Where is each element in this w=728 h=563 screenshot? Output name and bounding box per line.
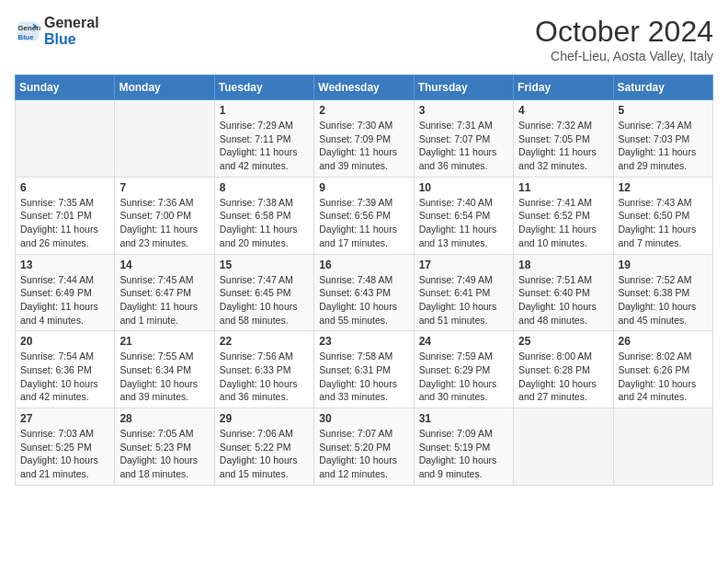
- day-number: 31: [419, 412, 508, 425]
- page-header: General Blue General Blue October 2024 C…: [15, 15, 713, 63]
- day-info: Daylight: 10 hours and 55 minutes.: [319, 300, 408, 327]
- weekday-header-saturday: Saturday: [613, 75, 712, 100]
- day-info: Daylight: 11 hours and 29 minutes.: [619, 145, 708, 172]
- logo: General Blue General Blue: [15, 15, 99, 47]
- day-info: Sunset: 6:49 PM: [20, 286, 109, 300]
- day-number: 16: [319, 259, 408, 271]
- calendar-cell: 11Sunrise: 7:41 AMSunset: 6:52 PMDayligh…: [514, 177, 613, 254]
- day-info: Daylight: 10 hours and 12 minutes.: [319, 454, 408, 480]
- day-info: Sunset: 5:23 PM: [119, 441, 209, 454]
- day-info: Sunrise: 7:58 AM: [319, 350, 408, 363]
- calendar-cell: 23Sunrise: 7:58 AMSunset: 6:31 PMDayligh…: [314, 331, 414, 408]
- day-info: Sunrise: 7:55 AM: [119, 350, 209, 363]
- weekday-header-tuesday: Tuesday: [214, 75, 313, 100]
- calendar-cell: 6Sunrise: 7:35 AMSunset: 7:01 PMDaylight…: [16, 177, 115, 254]
- day-info: Daylight: 11 hours and 10 minutes.: [518, 223, 608, 249]
- calendar-week-row: 1Sunrise: 7:29 AMSunset: 7:11 PMDaylight…: [16, 100, 713, 178]
- calendar-cell: 5Sunrise: 7:34 AMSunset: 7:03 PMDaylight…: [613, 100, 712, 178]
- calendar-cell: 2Sunrise: 7:30 AMSunset: 7:09 PMDaylight…: [314, 100, 414, 178]
- day-info: Sunrise: 7:34 AM: [619, 119, 708, 132]
- day-info: Daylight: 10 hours and 24 minutes.: [619, 377, 708, 404]
- day-number: 19: [619, 259, 708, 271]
- calendar-cell: 13Sunrise: 7:44 AMSunset: 6:49 PMDayligh…: [16, 254, 115, 331]
- day-info: Sunrise: 7:09 AM: [419, 427, 508, 441]
- day-info: Sunset: 6:38 PM: [619, 286, 708, 300]
- day-number: 8: [220, 181, 309, 194]
- location-subtitle: Chef-Lieu, Aosta Valley, Italy: [535, 49, 713, 63]
- day-info: Daylight: 11 hours and 1 minute.: [119, 300, 209, 327]
- day-info: Sunset: 6:58 PM: [220, 209, 309, 223]
- calendar-cell: 28Sunrise: 7:05 AMSunset: 5:23 PMDayligh…: [115, 408, 214, 486]
- day-info: Daylight: 10 hours and 36 minutes.: [220, 377, 309, 404]
- calendar-cell: [514, 408, 613, 486]
- day-info: Daylight: 11 hours and 36 minutes.: [419, 145, 508, 172]
- calendar-cell: 4Sunrise: 7:32 AMSunset: 7:05 PMDaylight…: [514, 100, 613, 178]
- calendar-cell: 3Sunrise: 7:31 AMSunset: 7:07 PMDaylight…: [414, 100, 513, 178]
- day-number: 7: [119, 181, 209, 194]
- day-number: 13: [20, 259, 109, 271]
- svg-text:Blue: Blue: [18, 32, 35, 40]
- calendar-week-row: 27Sunrise: 7:03 AMSunset: 5:25 PMDayligh…: [16, 408, 713, 486]
- day-info: Sunrise: 7:51 AM: [518, 273, 608, 287]
- svg-text:General: General: [18, 24, 41, 32]
- day-info: Sunrise: 7:56 AM: [220, 350, 309, 363]
- day-info: Sunset: 7:09 PM: [319, 132, 408, 146]
- day-info: Sunrise: 7:54 AM: [20, 350, 109, 363]
- day-info: Sunset: 5:19 PM: [419, 441, 508, 454]
- calendar-cell: 14Sunrise: 7:45 AMSunset: 6:47 PMDayligh…: [115, 254, 214, 331]
- day-info: Sunrise: 7:47 AM: [220, 273, 309, 287]
- calendar-body: 1Sunrise: 7:29 AMSunset: 7:11 PMDaylight…: [16, 100, 713, 486]
- calendar-cell: 16Sunrise: 7:48 AMSunset: 6:43 PMDayligh…: [314, 254, 414, 331]
- day-number: 30: [319, 412, 408, 425]
- calendar-cell: 9Sunrise: 7:39 AMSunset: 6:56 PMDaylight…: [314, 177, 414, 254]
- calendar-week-row: 20Sunrise: 7:54 AMSunset: 6:36 PMDayligh…: [16, 331, 713, 408]
- day-number: 27: [20, 412, 109, 425]
- day-number: 15: [220, 259, 309, 271]
- day-info: Sunrise: 7:05 AM: [119, 427, 209, 441]
- day-number: 26: [619, 335, 708, 348]
- day-number: 17: [419, 259, 508, 271]
- calendar-week-row: 13Sunrise: 7:44 AMSunset: 6:49 PMDayligh…: [16, 254, 713, 331]
- calendar-cell: 26Sunrise: 8:02 AMSunset: 6:26 PMDayligh…: [613, 331, 712, 408]
- day-info: Daylight: 11 hours and 20 minutes.: [220, 223, 309, 249]
- day-info: Sunrise: 8:02 AM: [619, 350, 708, 363]
- day-info: Sunrise: 7:36 AM: [119, 196, 209, 210]
- calendar-cell: 29Sunrise: 7:06 AMSunset: 5:22 PMDayligh…: [214, 408, 313, 486]
- day-info: Sunset: 6:29 PM: [419, 363, 508, 377]
- day-info: Sunrise: 7:29 AM: [220, 119, 309, 132]
- calendar-cell: 8Sunrise: 7:38 AMSunset: 6:58 PMDaylight…: [214, 177, 313, 254]
- day-number: 9: [319, 181, 408, 194]
- day-info: Sunset: 6:47 PM: [119, 286, 209, 300]
- weekday-header-monday: Monday: [115, 75, 214, 100]
- day-info: Sunrise: 8:00 AM: [518, 350, 608, 363]
- day-number: 3: [419, 104, 508, 117]
- day-info: Sunrise: 7:43 AM: [619, 196, 708, 210]
- calendar-header-row: SundayMondayTuesdayWednesdayThursdayFrid…: [16, 75, 713, 100]
- day-info: Sunrise: 7:07 AM: [319, 427, 408, 441]
- day-info: Sunrise: 7:03 AM: [20, 427, 109, 441]
- calendar-cell: 21Sunrise: 7:55 AMSunset: 6:34 PMDayligh…: [115, 331, 214, 408]
- day-number: 5: [619, 104, 708, 117]
- day-number: 22: [220, 335, 309, 348]
- calendar-cell: 30Sunrise: 7:07 AMSunset: 5:20 PMDayligh…: [314, 408, 414, 486]
- day-number: 28: [119, 412, 209, 425]
- day-info: Daylight: 10 hours and 15 minutes.: [220, 454, 309, 480]
- day-info: Sunset: 6:43 PM: [319, 286, 408, 300]
- calendar-cell: 18Sunrise: 7:51 AMSunset: 6:40 PMDayligh…: [514, 254, 613, 331]
- day-info: Sunrise: 7:41 AM: [518, 196, 608, 210]
- day-info: Sunset: 6:45 PM: [220, 286, 309, 300]
- calendar-cell: 22Sunrise: 7:56 AMSunset: 6:33 PMDayligh…: [214, 331, 313, 408]
- day-info: Sunset: 6:41 PM: [419, 286, 508, 300]
- day-number: 1: [220, 104, 309, 117]
- day-info: Daylight: 10 hours and 51 minutes.: [419, 300, 508, 327]
- calendar-week-row: 6Sunrise: 7:35 AMSunset: 7:01 PMDaylight…: [16, 177, 713, 254]
- day-info: Sunset: 6:28 PM: [518, 363, 608, 377]
- day-info: Sunset: 6:26 PM: [619, 363, 708, 377]
- weekday-header-sunday: Sunday: [16, 75, 115, 100]
- day-info: Daylight: 10 hours and 27 minutes.: [518, 377, 608, 404]
- day-info: Sunset: 7:00 PM: [119, 209, 209, 223]
- day-info: Daylight: 10 hours and 18 minutes.: [119, 454, 209, 480]
- day-info: Daylight: 11 hours and 23 minutes.: [119, 223, 209, 249]
- day-info: Daylight: 10 hours and 30 minutes.: [419, 377, 508, 404]
- day-number: 14: [119, 259, 209, 271]
